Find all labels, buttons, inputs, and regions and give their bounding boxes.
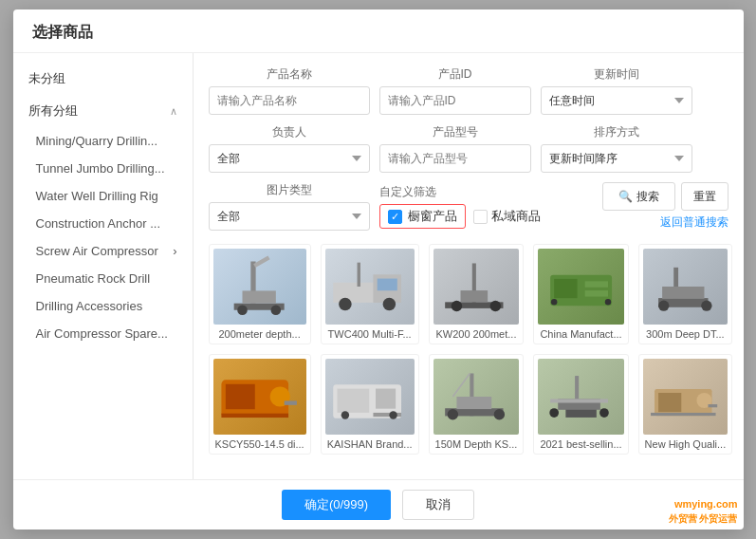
sidebar-item-5[interactable]: Screw Air Compressor › — [28, 237, 193, 265]
product-image-p6 — [213, 359, 306, 435]
confirm-button[interactable]: 确定(0/999) — [282, 490, 391, 520]
product-name-input[interactable] — [209, 86, 370, 115]
image-type-select[interactable]: 全部 — [209, 202, 370, 231]
private-product-option[interactable]: 私域商品 — [473, 208, 541, 225]
product-id-group: 产品ID — [379, 66, 531, 115]
modal-overlay: 选择商品 未分组 所有分组 ∧ Mining/Quarry Drillin...… — [0, 0, 756, 539]
update-time-select[interactable]: 任意时间 — [541, 86, 692, 115]
svg-rect-32 — [222, 414, 289, 418]
sidebar-item-3[interactable]: Water Well Drilling Rig — [28, 182, 193, 210]
private-product-checkbox[interactable] — [473, 210, 488, 224]
arrow-up-icon: ∧ — [170, 105, 177, 118]
filter-row-2: 负责人 全部 产品型号 排序方式 更新时间降序 — [209, 124, 728, 173]
product-item-p7[interactable]: KAISHAN Brand... — [321, 354, 419, 455]
reset-button[interactable]: 重置 — [681, 182, 728, 211]
modal-footer: 确定(0/999) 取消 — [13, 479, 744, 530]
update-time-label: 更新时间 — [541, 66, 692, 83]
product-name-label: 产品名称 — [209, 66, 370, 83]
responsible-group: 负责人 全部 — [209, 124, 370, 173]
svg-rect-8 — [378, 279, 397, 291]
product-image-p5 — [643, 249, 728, 325]
product-image-p1 — [213, 249, 306, 325]
chevron-right-icon: › — [173, 244, 176, 258]
svg-rect-6 — [334, 283, 378, 303]
sidebar-item-2[interactable]: Tunnel Jumbo Drilling... — [28, 155, 193, 182]
svg-point-21 — [605, 299, 611, 305]
product-item-p10[interactable]: New High Quali... — [638, 354, 733, 455]
product-name-p6: KSCY550-14.5 di... — [213, 438, 306, 450]
product-model-input[interactable] — [379, 144, 531, 173]
sidebar-ungrouped[interactable]: 未分组 — [13, 63, 193, 95]
window-product-checkbox[interactable] — [388, 210, 402, 224]
svg-rect-31 — [285, 400, 297, 404]
product-model-group: 产品型号 — [379, 124, 531, 173]
sidebar-items-list: Mining/Quarry Drillin... Tunnel Jumbo Dr… — [13, 127, 193, 347]
svg-rect-34 — [338, 389, 370, 413]
sidebar-item-7[interactable]: Drilling Accessories — [28, 292, 193, 320]
svg-rect-2 — [243, 290, 276, 303]
product-name-p10: New High Quali... — [643, 438, 728, 450]
product-item-p4[interactable]: China Manufact... — [533, 244, 628, 344]
svg-rect-14 — [461, 290, 489, 302]
product-name-p5: 300m Deep DT... — [643, 328, 728, 340]
svg-point-9 — [339, 298, 352, 311]
return-search-link[interactable]: 返回普通搜索 — [660, 214, 728, 231]
sidebar-item-1[interactable]: Mining/Quarry Drillin... — [28, 127, 193, 155]
search-buttons: 🔍 搜索 重置 — [602, 182, 728, 211]
product-name-p1: 200meter depth... — [213, 328, 306, 340]
svg-point-43 — [494, 409, 505, 419]
svg-rect-29 — [226, 384, 255, 410]
filter-row-3: 图片类型 全部 自定义筛选 橱窗产品 — [209, 182, 728, 231]
window-product-option[interactable]: 橱窗产品 — [379, 204, 466, 229]
product-model-label: 产品型号 — [379, 124, 531, 140]
sort-group: 排序方式 更新时间降序 — [541, 124, 692, 173]
product-name-p9: 2021 best-sellin... — [538, 438, 623, 450]
svg-rect-41 — [457, 397, 492, 409]
product-name-p3: KW200 200met... — [433, 328, 520, 340]
sidebar-all-groups[interactable]: 所有分组 ∧ — [13, 95, 193, 127]
product-image-p2 — [325, 249, 415, 325]
product-name-p7: KAISHAN Brand... — [325, 438, 415, 450]
responsible-select[interactable]: 全部 — [209, 144, 370, 173]
search-reset-area: 🔍 搜索 重置 返回普通搜索 — [602, 182, 728, 231]
svg-point-16 — [490, 301, 501, 311]
product-item-p6[interactable]: KSCY550-14.5 di... — [209, 354, 311, 455]
responsible-label: 负责人 — [209, 124, 370, 140]
product-image-p10 — [643, 359, 728, 435]
update-time-group: 更新时间 任意时间 — [541, 66, 692, 115]
search-button[interactable]: 🔍 搜索 — [602, 182, 675, 211]
search-icon: 🔍 — [618, 190, 633, 203]
product-image-p8 — [433, 359, 520, 435]
product-item-p5[interactable]: 300m Deep DT... — [638, 244, 733, 344]
product-id-input[interactable] — [379, 86, 531, 115]
sort-select[interactable]: 更新时间降序 — [541, 144, 692, 173]
product-image-p7 — [325, 359, 415, 435]
svg-rect-19 — [585, 281, 608, 287]
product-item-p8[interactable]: 150M Depth KS... — [429, 354, 525, 455]
product-item-p1[interactable]: 200meter depth... — [209, 244, 311, 344]
product-name-p8: 150M Depth KS... — [433, 438, 520, 450]
window-product-label: 橱窗产品 — [408, 208, 457, 225]
product-name-p4: China Manufact... — [538, 328, 623, 340]
cancel-button[interactable]: 取消 — [402, 490, 474, 520]
main-content: 产品名称 产品ID 更新时间 任意时间 — [194, 53, 744, 479]
svg-point-42 — [448, 409, 458, 419]
svg-point-10 — [383, 298, 396, 311]
svg-rect-55 — [651, 413, 716, 416]
sidebar-all-groups-label: 所有分组 — [28, 102, 78, 120]
product-name-p2: TWC400 Multi-F... — [325, 328, 415, 340]
sidebar-item-4[interactable]: Construction Anchor ... — [28, 210, 193, 237]
sidebar-item-6[interactable]: Pneumatic Rock Drill — [28, 265, 193, 292]
svg-rect-25 — [662, 287, 704, 299]
svg-point-37 — [341, 411, 349, 418]
svg-point-48 — [549, 408, 559, 418]
product-item-p3[interactable]: KW200 200met... — [429, 244, 525, 344]
product-image-p9 — [538, 359, 623, 435]
svg-rect-20 — [585, 290, 608, 296]
product-name-group: 产品名称 — [209, 66, 370, 115]
product-item-p9[interactable]: 2021 best-sellin... — [533, 354, 628, 455]
sidebar-item-8[interactable]: Air Compressor Spare... — [28, 320, 193, 347]
svg-line-44 — [452, 373, 470, 397]
svg-rect-5 — [254, 255, 271, 268]
product-item-p2[interactable]: TWC400 Multi-F... — [321, 244, 419, 344]
